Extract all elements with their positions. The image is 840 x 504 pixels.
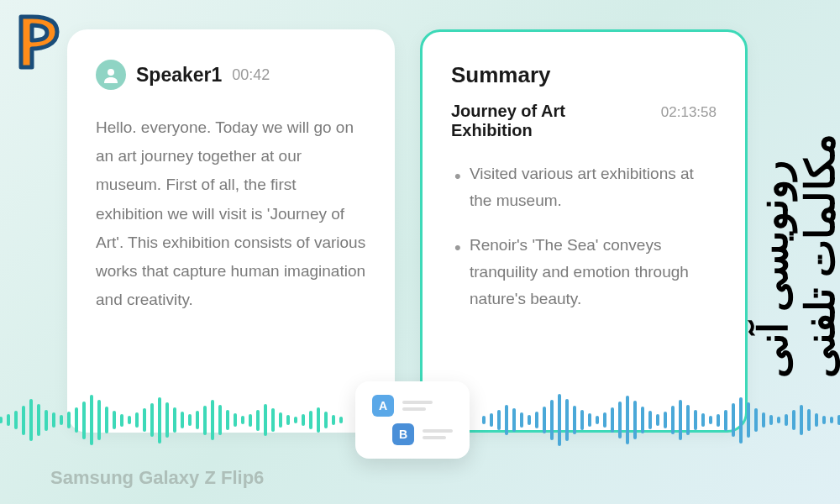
summary-card: Summary Journey of Art Exhibition 02:13:… <box>420 29 748 433</box>
summary-list: Visited various art exhibitions at the m… <box>451 160 717 312</box>
badge-row-a: A <box>372 395 453 417</box>
summary-duration: 02:13:58 <box>661 104 717 121</box>
waveform-container: A B <box>0 382 840 458</box>
speaker-timestamp: 00:42 <box>232 66 270 84</box>
transcript-body: Hello. everyone. Today we will go on an … <box>96 113 366 314</box>
vertical-title: رونویسی آنی مکالمات تلفنی <box>750 126 840 378</box>
summary-subtitle: Journey of Art Exhibition <box>451 102 649 140</box>
translate-badge: A B <box>355 381 470 459</box>
badge-lines-icon <box>402 401 433 411</box>
transcript-card: Speaker1 00:42 Hello. everyone. Today we… <box>67 29 395 433</box>
waveform-right <box>482 386 840 454</box>
device-watermark: Samsung Galaxy Z Flip6 <box>50 467 264 489</box>
badge-row-b: B <box>372 423 453 445</box>
brand-logo <box>8 8 76 76</box>
speaker-header: Speaker1 00:42 <box>96 60 366 90</box>
summary-subtitle-row: Journey of Art Exhibition 02:13:58 <box>451 102 717 140</box>
letter-b-icon: B <box>392 423 414 445</box>
speaker-avatar-icon <box>96 60 126 90</box>
waveform-left <box>0 386 343 454</box>
letter-a-icon: A <box>372 395 394 417</box>
badge-lines-icon <box>423 429 453 439</box>
summary-bullet: Visited various art exhibitions at the m… <box>451 160 717 215</box>
speaker-name: Speaker1 <box>136 64 222 87</box>
summary-title: Summary <box>451 62 717 88</box>
summary-bullet: Renoir's 'The Sea' conveys tranquility a… <box>451 232 717 313</box>
svg-point-0 <box>108 69 114 76</box>
